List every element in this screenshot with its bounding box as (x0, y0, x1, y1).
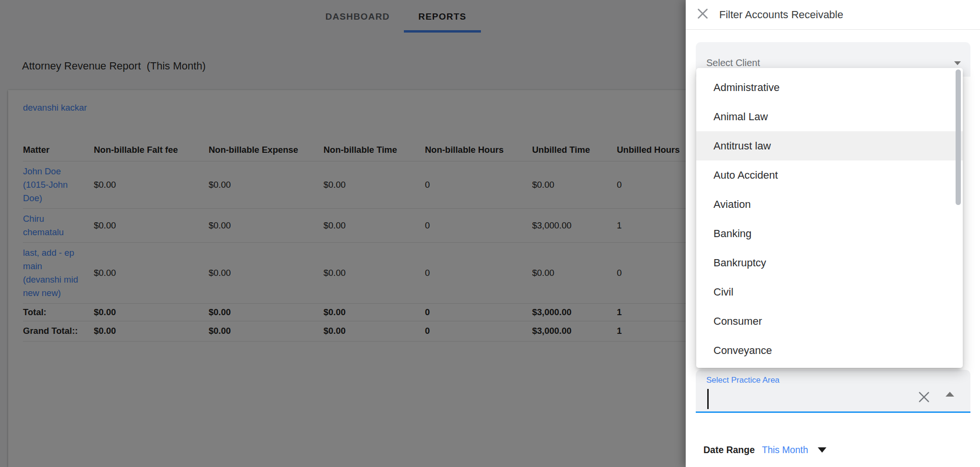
menu-item-consumer[interactable]: Consumer (696, 307, 963, 336)
app-window: DASHBOARD REPORTS Attorney Revenue Repor… (0, 0, 980, 467)
client-select-label: Select Client (706, 57, 760, 68)
filter-panel-header: Filter Accounts Receivable (686, 0, 980, 30)
menu-item-aviation[interactable]: Aviation (696, 190, 963, 219)
dropdown-scrollbar[interactable] (956, 69, 961, 205)
collapse-button[interactable] (946, 392, 954, 397)
menu-item-antitrust-law[interactable]: Antitrust law (696, 131, 963, 160)
menu-item-conveyance[interactable]: Conveyance (696, 336, 963, 365)
filter-panel: Filter Accounts Receivable Select Client… (686, 0, 980, 467)
menu-item-auto-accident[interactable]: Auto Accident (696, 160, 963, 190)
filter-panel-title: Filter Accounts Receivable (719, 0, 843, 30)
date-range-caret-icon[interactable] (818, 447, 826, 453)
close-button[interactable] (696, 7, 709, 20)
menu-item-civil[interactable]: Civil (696, 277, 963, 307)
practice-area-dropdown: Administrative Animal Law Antitrust law … (696, 68, 963, 368)
practice-area-label: Select Practice Area (706, 376, 780, 385)
menu-item-administrative[interactable]: Administrative (696, 73, 963, 102)
text-cursor (707, 389, 709, 409)
menu-item-bankruptcy[interactable]: Bankruptcy (696, 248, 963, 277)
clear-icon (917, 390, 931, 404)
arrow-up-icon (946, 392, 954, 397)
practice-area-input-field[interactable]: Select Practice Area (696, 370, 970, 413)
close-icon (696, 7, 709, 20)
date-range-label: Date Range (703, 444, 755, 456)
date-range-value[interactable]: This Month (762, 444, 808, 456)
menu-item-animal-law[interactable]: Animal Law (696, 102, 963, 131)
menu-item-banking[interactable]: Banking (696, 219, 963, 248)
clear-button[interactable] (917, 390, 931, 404)
date-range-row: Date Range This Month (703, 444, 826, 456)
chevron-down-icon[interactable] (954, 61, 961, 65)
